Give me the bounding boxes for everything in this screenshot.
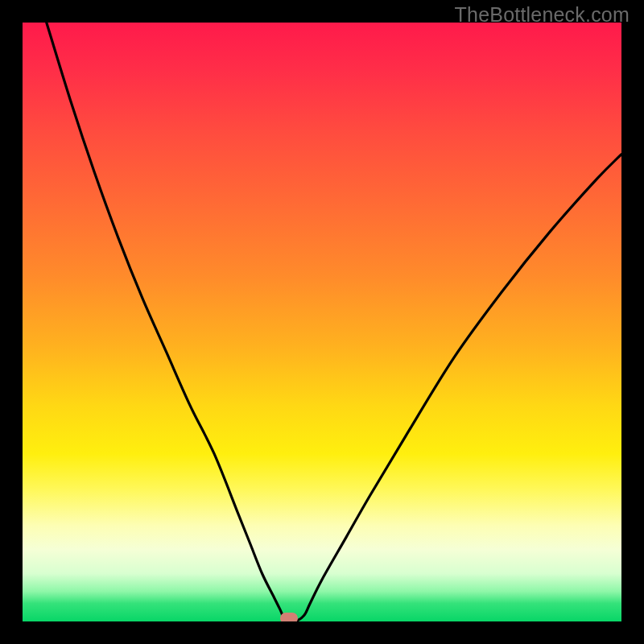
minimum-marker bbox=[280, 613, 298, 621]
bottleneck-curve bbox=[47, 23, 621, 621]
watermark-text: TheBottleneck.com bbox=[455, 3, 630, 27]
plot-area bbox=[23, 23, 621, 621]
curve-svg bbox=[23, 23, 621, 621]
chart-frame: TheBottleneck.com bbox=[0, 0, 644, 644]
